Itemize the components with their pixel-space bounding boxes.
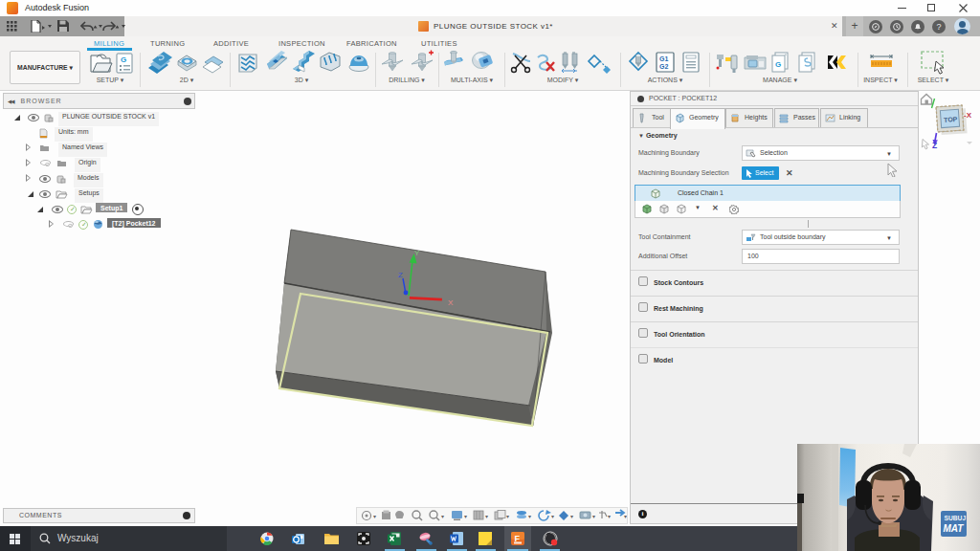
svg-text:G: G bbox=[775, 60, 781, 69]
svg-text:TOP: TOP bbox=[944, 116, 958, 123]
svg-text:▾: ▾ bbox=[624, 514, 627, 519]
svg-text:▾: ▾ bbox=[592, 514, 595, 519]
svg-text:▾: ▾ bbox=[373, 514, 376, 519]
svg-text:G1: G1 bbox=[659, 55, 668, 62]
svg-text:▾: ▾ bbox=[570, 514, 573, 519]
svg-text:G2: G2 bbox=[659, 63, 668, 70]
svg-text:X: X bbox=[448, 298, 454, 307]
svg-text:-X: -X bbox=[964, 111, 972, 120]
svg-text:▾: ▾ bbox=[608, 514, 611, 519]
svg-text:Z: Z bbox=[932, 141, 937, 150]
svg-text:Z: Z bbox=[398, 271, 403, 279]
svg-text:Y: Y bbox=[414, 249, 420, 257]
svg-text:▾: ▾ bbox=[528, 514, 531, 519]
svg-text:▾: ▾ bbox=[485, 514, 488, 519]
svg-text:SUBUJ: SUBUJ bbox=[945, 515, 967, 521]
svg-text:▾: ▾ bbox=[506, 514, 509, 519]
svg-text:MAT: MAT bbox=[944, 523, 965, 534]
svg-text:G: G bbox=[121, 55, 126, 64]
svg-text:▾: ▾ bbox=[464, 514, 467, 519]
svg-text:▾: ▾ bbox=[441, 514, 444, 519]
svg-text:F: F bbox=[515, 534, 521, 543]
svg-text:▾: ▾ bbox=[551, 514, 554, 519]
